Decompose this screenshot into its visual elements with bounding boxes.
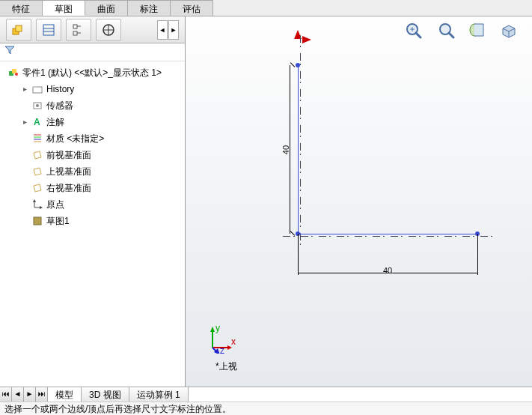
origin-icon: [31, 199, 43, 210]
ribbon-tabs: 特征 草图 曲面 标注 评估: [0, 0, 532, 16]
part-icon: [7, 67, 19, 79]
feature-manager-panel: ◄ ► 零件1 (默认) <<默认>_显示状态 1> ▸ History 传感: [0, 16, 186, 387]
svg-rect-13: [12, 69, 16, 73]
tab-evaluate[interactable]: 评估: [171, 0, 213, 16]
feature-manager-tab-button[interactable]: [6, 19, 31, 41]
svg-marker-26: [33, 199, 36, 202]
main-area: ◄ ► 零件1 (默认) <<默认>_显示状态 1> ▸ History 传感: [0, 16, 532, 387]
endpoint-marker[interactable]: [296, 63, 300, 67]
panel-toolbar: ◄ ►: [0, 16, 185, 43]
funnel-icon: [4, 45, 15, 55]
tab-nav-prev[interactable]: ◄: [12, 387, 24, 402]
tree-item-label: 上视基准面: [46, 165, 91, 178]
dimxpert-manager-tab-button[interactable]: [96, 19, 121, 41]
tree-item-label: 注解: [46, 115, 64, 129]
svg-rect-1: [16, 25, 22, 31]
svg-rect-16: [33, 86, 37, 88]
horizontal-line[interactable]: [298, 234, 477, 234]
panel-overflow-arrows: ◄ ►: [157, 20, 179, 40]
horizontal-dimension-value: 40: [383, 266, 392, 275]
folder-icon: [31, 83, 43, 95]
svg-rect-15: [33, 87, 42, 93]
svg-rect-5: [73, 25, 77, 28]
tree-item-label: 材质 <未指定>: [46, 132, 104, 145]
x-axis-label: x: [231, 336, 236, 347]
tab-features[interactable]: 特征: [0, 0, 43, 16]
tree-item-label: 右视基准面: [46, 181, 91, 195]
vertical-dimension[interactable]: 40: [284, 65, 295, 234]
section-view-button[interactable]: [465, 19, 490, 40]
bottom-tab-motion[interactable]: 运动算例 1: [129, 387, 189, 402]
tree-item-label: History: [46, 82, 74, 96]
vertical-dimension-value: 40: [281, 145, 290, 154]
bottom-tab-3dview[interactable]: 3D 视图: [82, 387, 129, 402]
bottom-tab-track: [189, 387, 532, 402]
z-axis-label: z: [220, 345, 224, 354]
plane-icon: [31, 182, 43, 194]
sketch-icon: [31, 215, 43, 227]
svg-line-32: [449, 33, 453, 37]
configuration-manager-tab-button[interactable]: [66, 19, 91, 41]
material-icon: [31, 133, 43, 145]
tree-item-history[interactable]: ▸ History: [4, 81, 180, 97]
tree-item-annotations[interactable]: ▸ A 注解: [4, 114, 180, 130]
svg-rect-6: [73, 31, 77, 35]
current-view-name: *上视: [215, 360, 237, 373]
view-toolbar: [399, 16, 525, 43]
sensor-icon: [31, 100, 43, 112]
svg-rect-2: [43, 25, 54, 35]
svg-rect-28: [34, 217, 41, 225]
bottom-tab-model[interactable]: 模型: [48, 387, 82, 402]
svg-marker-27: [40, 206, 43, 209]
tab-nav-next[interactable]: ►: [24, 387, 36, 402]
svg-point-18: [36, 104, 39, 107]
y-axis-label: y: [215, 324, 220, 333]
zoom-to-fit-button[interactable]: [402, 19, 427, 40]
tree-item-origin[interactable]: 原点: [4, 196, 180, 213]
orientation-triad[interactable]: x y z: [207, 324, 236, 354]
tree-item-material[interactable]: 材质 <未指定>: [4, 130, 180, 147]
horizontal-centerline[interactable]: [283, 236, 492, 237]
expand-icon[interactable]: ▸: [21, 82, 28, 96]
tree-item-label: 草图1: [46, 214, 70, 228]
svg-point-14: [15, 73, 18, 76]
view-orientation-button[interactable]: [496, 19, 522, 40]
tree-item-label: 前视基准面: [46, 148, 91, 162]
tree-filter-bar[interactable]: [0, 43, 185, 61]
svg-text:A: A: [34, 117, 40, 127]
tab-annotate[interactable]: 标注: [128, 0, 171, 16]
expand-icon[interactable]: ▸: [21, 115, 28, 129]
tree-item-sketch1[interactable]: 草图1: [4, 213, 180, 229]
horizontal-dimension[interactable]: 40: [298, 267, 477, 278]
status-bar: 选择一个或两个边线/顶点后再选择尺寸文字标注的位置。: [0, 402, 532, 415]
zoom-area-button[interactable]: [433, 19, 459, 40]
plane-icon: [31, 166, 43, 178]
bottom-tab-strip: ⏮ ◄ ► ⏭ 模型 3D 视图 运动算例 1: [0, 387, 532, 402]
vertical-line[interactable]: [298, 65, 299, 234]
svg-marker-37: [210, 327, 215, 332]
plane-icon: [31, 149, 43, 161]
status-text: 选择一个或两个边线/顶点后再选择尺寸文字标注的位置。: [4, 404, 231, 414]
tree-item-top-plane[interactable]: 上视基准面: [4, 163, 180, 180]
panel-next-button[interactable]: ►: [168, 20, 179, 40]
tree-item-right-plane[interactable]: 右视基准面: [4, 180, 180, 196]
tab-nav-first[interactable]: ⏮: [0, 387, 12, 402]
tree-item-label: 原点: [46, 198, 64, 211]
tree-item-front-plane[interactable]: 前视基准面: [4, 147, 180, 163]
tree-root[interactable]: 零件1 (默认) <<默认>_显示状态 1>: [4, 64, 180, 81]
tree-item-label: 传感器: [46, 99, 73, 112]
tab-nav-last[interactable]: ⏭: [36, 387, 48, 402]
graphics-canvas[interactable]: 40 40 x y z *上视: [186, 16, 532, 387]
tree-item-sensors[interactable]: 传感器: [4, 97, 180, 114]
annotation-icon: A: [31, 116, 43, 128]
feature-tree: 零件1 (默认) <<默认>_显示状态 1> ▸ History 传感器 ▸ A…: [0, 61, 185, 387]
tree-root-label: 零件1 (默认) <<默认>_显示状态 1>: [22, 66, 162, 79]
tab-surface[interactable]: 曲面: [85, 0, 128, 16]
panel-prev-button[interactable]: ◄: [157, 20, 168, 40]
vertical-centerline[interactable]: [300, 35, 301, 245]
tab-sketch[interactable]: 草图: [43, 0, 85, 16]
property-manager-tab-button[interactable]: [36, 19, 61, 41]
svg-line-30: [416, 33, 421, 37]
origin-right-arrow-icon: [302, 36, 311, 43]
